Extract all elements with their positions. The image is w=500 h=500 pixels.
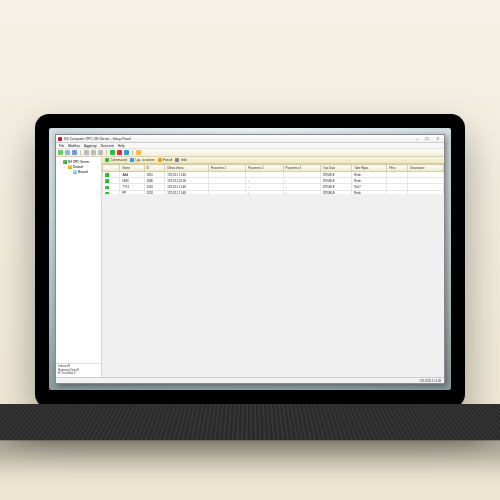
status-row: N° in archivio 0 <box>58 372 99 376</box>
menu-item-aggiungi[interactable]: Aggiungi <box>84 144 96 148</box>
expander-icon[interactable]: – <box>58 160 61 164</box>
doc-icon <box>73 170 77 174</box>
column-header[interactable]: Filtro <box>387 165 408 172</box>
folder-icon <box>68 165 72 169</box>
button-label: Pianoft <box>163 158 172 162</box>
status-icon <box>105 173 109 177</box>
main-toolbar: ConnessioniLgs. iscrizionePianoftIedit <box>102 157 444 164</box>
column-header[interactable]: Tipo Dato <box>321 165 352 172</box>
laptop-mockup: NS Computer OPC XN Server - Setup Panel … <box>35 114 465 426</box>
connections-btn-icon <box>105 158 109 162</box>
tree-node[interactable]: Record <box>58 169 99 174</box>
menu-item-strumenti[interactable]: Strumenti <box>100 144 114 148</box>
placement-btn[interactable]: Pianoft <box>158 158 173 162</box>
status-icon <box>105 179 109 183</box>
column-header[interactable]: Parametro 1 <box>208 165 245 172</box>
column-header[interactable]: Ultima lettura <box>165 165 209 172</box>
grid-area: NomeIDUltima letturaParametro 1Parametro… <box>102 164 444 377</box>
fields-btn-icon <box>175 158 179 162</box>
server-icon <box>63 160 67 164</box>
sidebar: –NS OPC Server–DatasetRecord Lettura off… <box>56 157 102 377</box>
app-window: NS Computer OPC XN Server - Setup Panel … <box>55 134 445 384</box>
toolbar <box>56 149 444 157</box>
titlebar: NS Computer OPC XN Server - Setup Panel … <box>56 135 444 143</box>
status-icon <box>105 186 109 190</box>
connections-btn[interactable]: Connessioni <box>105 158 127 162</box>
column-header[interactable]: Nome <box>120 165 144 172</box>
refresh-icon[interactable] <box>124 150 129 155</box>
minimize-button[interactable]: – <box>412 135 422 142</box>
column-header[interactable] <box>103 165 120 172</box>
save-icon[interactable] <box>72 150 77 155</box>
responses-btn-icon <box>130 158 134 162</box>
column-header[interactable]: ID <box>144 165 165 172</box>
app-icon <box>58 137 62 141</box>
laptop-bezel: NS Computer OPC XN Server - Setup Panel … <box>35 114 465 408</box>
column-header[interactable]: Parametro 2 <box>246 165 283 172</box>
expander-icon[interactable]: – <box>63 165 66 169</box>
toolbar-separator <box>80 150 81 155</box>
button-label: Iedit <box>181 158 187 162</box>
sidebar-status: Lettura offRisparmio Dati offN° in archi… <box>56 363 101 377</box>
statusbar-right: 17/11/2011 11:48 <box>419 379 441 383</box>
menu-item-modifica[interactable]: Modifica <box>68 144 80 148</box>
grid-header-row: NomeIDUltima letturaParametro 1Parametro… <box>103 165 444 172</box>
menu-item-file[interactable]: File <box>59 144 64 148</box>
help-icon[interactable] <box>136 150 141 155</box>
button-label: Lgs. iscrizione <box>136 158 155 162</box>
laptop-screen: NS Computer OPC XN Server - Setup Panel … <box>49 128 451 390</box>
workspace: –NS OPC Server–DatasetRecord Lettura off… <box>56 157 444 377</box>
start-icon[interactable] <box>110 150 115 155</box>
fields-btn[interactable]: Iedit <box>175 158 186 162</box>
button-label: Connessioni <box>111 158 128 162</box>
stop-icon[interactable] <box>117 150 122 155</box>
copy-icon[interactable] <box>91 150 96 155</box>
main-panel: ConnessioniLgs. iscrizionePianoftIedit N… <box>102 157 444 377</box>
maximize-button[interactable]: ☐ <box>422 135 432 142</box>
open-icon[interactable] <box>65 150 70 155</box>
laptop-base <box>10 408 490 426</box>
window-controls: – ☐ ✕ <box>412 135 442 142</box>
tree-node-label: Dataset <box>73 165 83 169</box>
close-button[interactable]: ✕ <box>432 135 442 142</box>
cut-icon[interactable] <box>84 150 89 155</box>
grid-empty-area <box>102 194 444 377</box>
paste-icon[interactable] <box>98 150 103 155</box>
tree-node-label: Record <box>78 170 88 174</box>
responses-btn[interactable]: Lgs. iscrizione <box>130 158 155 162</box>
toolbar-separator <box>132 150 133 155</box>
menu-item-help[interactable]: Help <box>118 144 125 148</box>
placement-btn-icon <box>158 158 162 162</box>
statusbar: 17/11/2011 11:48 <box>56 377 444 383</box>
toolbar-separator <box>106 150 107 155</box>
column-header[interactable]: Descrizione <box>407 165 443 172</box>
tree-view[interactable]: –NS OPC Server–DatasetRecord <box>56 157 101 363</box>
column-header[interactable]: Tabe Ripos <box>352 165 387 172</box>
window-title: NS Computer OPC XN Server - Setup Panel <box>64 137 410 141</box>
new-icon[interactable] <box>58 150 63 155</box>
tree-node-label: NS OPC Server <box>68 160 89 164</box>
column-header[interactable]: Parametro 3 <box>283 165 320 172</box>
